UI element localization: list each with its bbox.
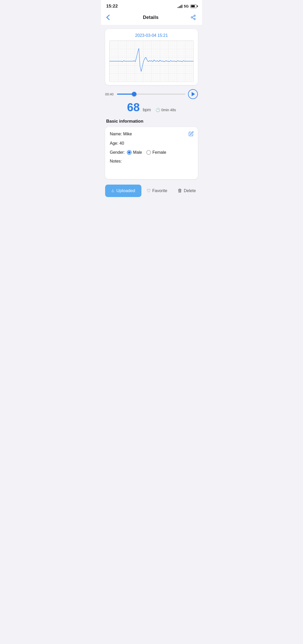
- upload-button[interactable]: Uploaded: [105, 185, 141, 197]
- status-icons: 5G: [178, 4, 197, 8]
- favorite-label: Favorite: [152, 188, 167, 193]
- playback-controls: 00:40: [105, 89, 198, 99]
- favorite-button[interactable]: ♡ Favorite: [141, 184, 172, 197]
- basic-info-card: Name: Mike Age: 40 Gender: Male Female N…: [105, 127, 198, 179]
- signal-icon: [178, 4, 182, 8]
- ecg-graph: [109, 40, 194, 82]
- delete-button[interactable]: 🗑 Delete: [172, 184, 201, 197]
- female-label: Female: [153, 150, 166, 155]
- male-label: Male: [133, 150, 142, 155]
- content-area: 2023-03-04 15:21 00:40: [101, 25, 202, 205]
- section-title-basic-info: Basic information: [106, 119, 198, 124]
- bpm-unit: bpm: [143, 108, 151, 112]
- play-icon: [192, 92, 195, 96]
- heart-icon: ♡: [147, 188, 151, 194]
- bpm-display: 68 bpm: [127, 102, 151, 113]
- gender-label: Gender:: [110, 150, 125, 155]
- network-label: 5G: [184, 4, 189, 8]
- duration-value: 0min 48s: [161, 108, 176, 112]
- age-field: Age: 40: [110, 141, 193, 146]
- male-radio[interactable]: [127, 150, 132, 155]
- page-title: Details: [143, 15, 158, 20]
- gender-male-option[interactable]: Male: [127, 150, 142, 155]
- nav-header: Details: [101, 11, 202, 25]
- playback-thumb[interactable]: [132, 92, 136, 96]
- duration-display: 🕐 0min 48s: [156, 108, 176, 112]
- share-button[interactable]: [190, 14, 197, 21]
- notes-label: Notes:: [110, 159, 122, 163]
- svg-line-3: [192, 18, 194, 19]
- play-button[interactable]: [188, 89, 198, 99]
- upload-label: Uploaded: [116, 188, 135, 193]
- ecg-date: 2023-03-04 15:21: [109, 33, 194, 38]
- action-buttons: Uploaded ♡ Favorite 🗑 Delete: [105, 184, 198, 197]
- notes-field: Notes:: [110, 158, 193, 174]
- status-time: 15:22: [106, 4, 118, 9]
- trash-icon: 🗑: [178, 188, 182, 193]
- status-bar: 15:22 5G: [101, 0, 202, 11]
- bpm-value: 68: [127, 102, 140, 113]
- edit-button[interactable]: [188, 131, 194, 137]
- clock-icon: 🕐: [156, 108, 160, 112]
- playback-slider[interactable]: [117, 94, 185, 95]
- battery-icon: [190, 5, 197, 8]
- back-button[interactable]: [106, 13, 112, 21]
- gender-female-option[interactable]: Female: [146, 150, 166, 155]
- name-field: Name: Mike: [110, 131, 193, 137]
- gender-radio-group: Male Female: [127, 150, 166, 155]
- playback-time: 00:40: [105, 92, 114, 96]
- female-radio[interactable]: [146, 150, 151, 155]
- ecg-card: 2023-03-04 15:21: [105, 29, 198, 85]
- gender-field: Gender: Male Female: [110, 150, 193, 155]
- delete-label: Delete: [184, 188, 196, 193]
- svg-line-4: [192, 16, 194, 17]
